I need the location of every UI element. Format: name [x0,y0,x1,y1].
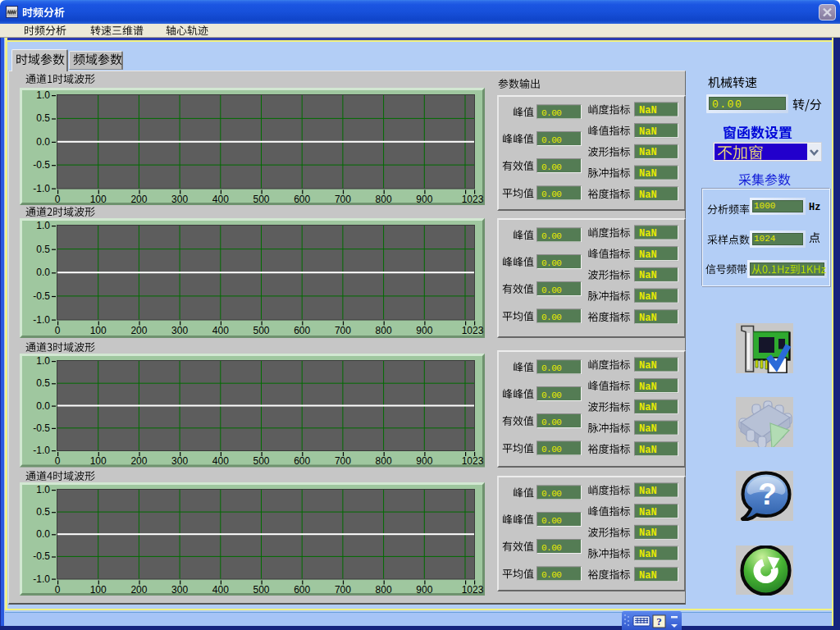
svg-text:?: ? [758,477,777,511]
svg-text:?: ? [656,615,662,628]
